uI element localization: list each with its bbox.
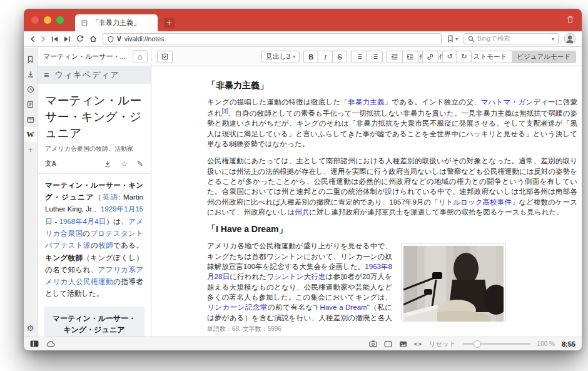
heading-style-dropdown[interactable]: 見出し3 ▾ [261, 51, 300, 63]
main-area: W + ⚙ マーティン・ルーサー・... ⌂ ≡ ウィキペディア マーティン・ル… [24, 48, 582, 337]
infobox-title: マーティン・ルーサー・キング・ジュニア [44, 307, 144, 337]
bookmark-icon [447, 35, 454, 43]
article-title: マーティン・ルーサー・キング・ジュニア [45, 93, 143, 142]
divider [38, 173, 151, 174]
note-paragraph-1: キングの提唱した運動の特徴は徹底した「非暴力主義」である。インド独立の父、マハト… [207, 97, 577, 149]
note-paragraph-2: 公民権運動にあたっては、主として南部諸州における人種差別的取扱いがその対象となっ… [207, 156, 577, 217]
note-heading-2: 「I Have a Dream」 [207, 224, 577, 235]
strikethrough-button[interactable]: S [332, 51, 347, 63]
history-panel-button[interactable] [24, 82, 37, 97]
panel-header: マーティン・ルーサー・... ⌂ [38, 48, 151, 66]
note-heading-1: 「非暴力主義」 [207, 80, 577, 91]
heading-style-label: 見出し3 [266, 52, 290, 61]
ordered-list-button[interactable] [351, 51, 367, 63]
bold-button[interactable]: B [303, 51, 318, 63]
menu-hamburger-icon[interactable]: ≡ [44, 70, 49, 80]
edit-pencil-icon[interactable]: ✎ [137, 160, 143, 168]
wikipedia-wordmark[interactable]: ウィキペディア [54, 69, 119, 81]
mlk-speech-photo [401, 243, 506, 322]
status-bar: <> リセット 100 % 8:55 [24, 337, 582, 350]
profile-avatar[interactable] [564, 33, 575, 44]
forward-button[interactable] [41, 36, 46, 43]
notes-panel-button[interactable] [24, 97, 37, 112]
italic-button[interactable]: I [318, 51, 333, 63]
url-text: vivaldi://notes [124, 35, 165, 43]
article-actions: 文A ☆ ✎ [45, 160, 143, 168]
save-article-icon[interactable] [104, 160, 111, 168]
panel-title: マーティン・ルーサー・... [43, 52, 130, 61]
note-body[interactable]: 「非暴力主義」 キングの提唱した運動の特徴は徹底した「非暴力主義」である。インド… [207, 66, 577, 322]
search-placeholder: Bingで検索 [477, 34, 549, 43]
wikipedia-app-bar: ≡ ウィキペディア [38, 66, 151, 84]
unordered-list-button[interactable] [367, 51, 383, 63]
editor-mode-toggle: テキストモード ビジュアルモード [454, 51, 576, 63]
web-panel: マーティン・ルーサー・... ⌂ ≡ ウィキペディア マーティン・ルーサー・キン… [38, 48, 151, 337]
window-panel-button[interactable] [24, 112, 37, 127]
note-content-area[interactable]: 「非暴力主義」 キングの提唱した運動の特徴は徹底した「非暴力主義」である。インド… [151, 66, 582, 337]
search-icon [468, 36, 475, 43]
reload-button[interactable] [76, 35, 84, 43]
zoom-slider[interactable] [463, 343, 530, 345]
insert-checkbox-button[interactable] [157, 51, 173, 63]
navigation-bar: V vivaldi://notes ▾ Bingで検索 ▾ [24, 31, 582, 47]
fast-forward-button[interactable] [64, 36, 71, 43]
infobox: マーティン・ルーサー・キング・ジュニア [44, 307, 144, 337]
tiling-icon[interactable] [384, 341, 392, 347]
closed-tabs-trash-icon[interactable] [566, 15, 574, 24]
panel-sidebar: W + ⚙ [24, 48, 38, 337]
bookmarks-panel-button[interactable] [24, 52, 37, 67]
watch-star-icon[interactable]: ☆ [121, 160, 128, 168]
bookmark-button[interactable]: ▾ [447, 35, 458, 43]
minimize-window-button[interactable] [44, 16, 51, 24]
note-editor: 見出し3 ▾ B I S [151, 48, 582, 337]
rewind-button[interactable] [51, 36, 58, 43]
zoom-reset-button[interactable]: リセット [429, 340, 456, 348]
page-actions-image-icon[interactable] [399, 341, 407, 347]
checkbox-icon [161, 53, 168, 60]
indent-button[interactable] [402, 51, 418, 63]
title-bar: 「非暴力主義」 + [24, 9, 582, 31]
redo-button[interactable]: ↻ [457, 51, 472, 63]
status-clock: 8:55 [562, 340, 575, 348]
insert-link-button[interactable] [422, 51, 438, 63]
bookmark-caret-icon[interactable]: ▾ [455, 36, 458, 42]
page-actions-code-icon[interactable]: <> [414, 341, 422, 347]
browser-window: 「非暴力主義」 + V vivaldi://notes [24, 9, 582, 350]
search-field[interactable]: Bingで検索 ▾ [464, 33, 559, 44]
active-tab[interactable]: 「非暴力主義」 [75, 14, 158, 31]
add-web-panel-button[interactable]: + [24, 142, 37, 157]
settings-gear-icon[interactable]: ⚙ [27, 323, 34, 333]
article-subtitle: アメリカ合衆国の牧師、活動家 [45, 145, 143, 153]
visual-mode-button[interactable]: ビジュアルモード [512, 51, 575, 63]
capture-page-icon[interactable] [369, 340, 377, 347]
vivaldi-page-icon: V [117, 36, 121, 43]
search-engine-caret-icon[interactable]: ▾ [552, 36, 554, 42]
toggle-panel-icon[interactable] [30, 340, 39, 347]
language-icon[interactable]: 文A [45, 160, 56, 168]
address-field[interactable]: V vivaldi://notes [103, 33, 442, 44]
back-button[interactable] [30, 36, 35, 43]
zoom-window-button[interactable] [56, 16, 64, 24]
note-favicon-icon [81, 19, 88, 27]
zoom-slider-handle[interactable] [474, 340, 481, 348]
downloads-panel-button[interactable] [24, 67, 37, 82]
word-count-status: 単語数：68, 文字数：5996 [207, 325, 281, 333]
wikipedia-page: ≡ ウィキペディア マーティン・ルーサー・キング・ジュニア アメリカ合衆国の牧師… [38, 66, 151, 337]
tab-title: 「非暴力主義」 [92, 18, 140, 28]
web-panel-wikipedia-button[interactable]: W [24, 127, 37, 142]
zoom-percentage: 100 % [537, 340, 555, 347]
panel-home-button[interactable]: ⌂ [133, 50, 148, 63]
dropdown-caret-icon: ▾ [293, 54, 295, 59]
article-intro-paragraph: マーティン・ルーサー・キング・ジュニア（英語: Martin Luther Ki… [45, 180, 143, 300]
new-tab-button[interactable]: + [164, 18, 175, 28]
sync-cloud-icon[interactable] [46, 341, 55, 347]
undo-button[interactable]: ↺ [442, 51, 457, 63]
close-window-button[interactable] [31, 16, 39, 24]
shield-icon [108, 36, 114, 43]
home-button[interactable] [89, 35, 97, 43]
editor-toolbar: 見出し3 ▾ B I S [151, 48, 582, 66]
traffic-lights [31, 16, 64, 24]
outdent-button[interactable] [387, 51, 403, 63]
